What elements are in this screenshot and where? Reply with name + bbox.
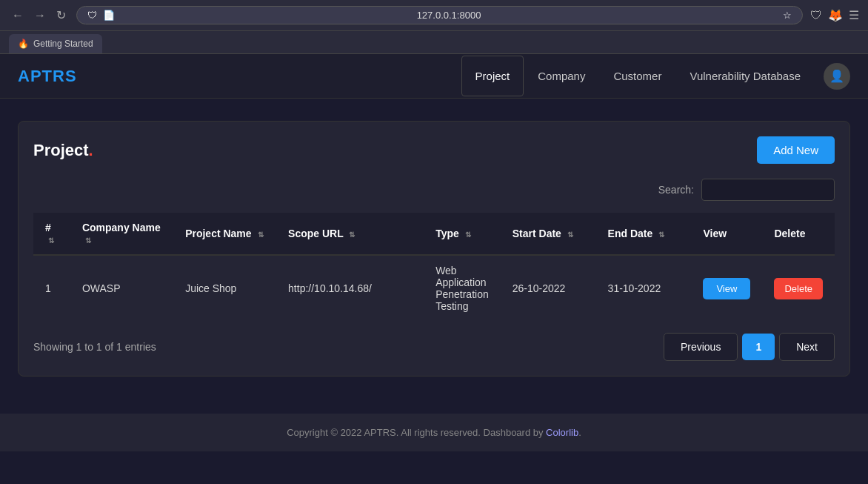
browser-chrome: ← → ↻ 🛡 📄 127.0.0.1:8000 ☆ 🛡 🦊 ☰ — [0, 0, 868, 31]
main-content: Project. Add New Search: # ⇅ Company Nam… — [0, 99, 868, 399]
cell-number: 1 — [33, 255, 70, 321]
sort-icon: ⇅ — [48, 236, 54, 245]
cell-company-name: OWASP — [70, 255, 173, 321]
menu-icon[interactable]: ☰ — [849, 8, 859, 22]
search-bar: Search: — [33, 179, 835, 201]
shield-icon: 🛡 — [87, 10, 97, 21]
col-header-company-name[interactable]: Company Name ⇅ — [70, 213, 173, 255]
sort-icon: ⇅ — [465, 231, 471, 239]
table-header-row: # ⇅ Company Name ⇅ Project Name ⇅ Scope … — [33, 213, 835, 255]
cell-end-date: 31-10-2022 — [596, 255, 692, 321]
page-number-button[interactable]: 1 — [742, 334, 775, 360]
user-avatar[interactable]: 👤 — [824, 63, 850, 90]
col-header-scope-url[interactable]: Scope URL ⇅ — [276, 213, 424, 255]
star-icon[interactable]: ☆ — [783, 10, 792, 21]
next-button[interactable]: Next — [779, 333, 835, 361]
view-button[interactable]: View — [703, 278, 750, 299]
browser-tab[interactable]: 🔥 Getting Started — [9, 34, 102, 53]
nav-link-customer[interactable]: Customer — [599, 56, 675, 96]
col-header-end-date[interactable]: End Date ⇅ — [596, 213, 692, 255]
footer-link[interactable]: Colorlib — [546, 427, 578, 438]
footer: Copyright © 2022 APTRS. All rights reser… — [0, 414, 868, 451]
cell-project-name: Juice Shop — [173, 255, 276, 321]
firefox-tab-icon: 🔥 — [18, 39, 29, 49]
shield-menu-icon[interactable]: 🛡 — [810, 9, 822, 22]
browser-actions: 🛡 🦊 ☰ — [810, 8, 859, 22]
col-header-view: View — [691, 213, 762, 255]
sort-icon: ⇅ — [658, 231, 664, 239]
search-label: Search: — [658, 184, 694, 196]
pagination-info: Showing 1 to 1 of 1 entries — [33, 341, 156, 353]
reload-button[interactable]: ↻ — [53, 7, 69, 24]
cell-type: Web Application Penetration Testing — [424, 255, 501, 321]
col-header-delete: Delete — [762, 213, 835, 255]
navbar: APTRS Project Company Customer Vulnerabi… — [0, 54, 868, 99]
footer-suffix: . — [578, 427, 581, 438]
browser-nav-buttons: ← → ↻ — [9, 7, 69, 24]
table-header: # ⇅ Company Name ⇅ Project Name ⇅ Scope … — [33, 213, 835, 255]
delete-button[interactable]: Delete — [774, 278, 823, 299]
address-bar[interactable]: 🛡 📄 127.0.0.1:8000 ☆ — [76, 6, 803, 24]
card-title: Project. — [33, 141, 93, 160]
pagination-buttons: Previous 1 Next — [664, 333, 835, 361]
forward-button[interactable]: → — [31, 7, 49, 24]
project-card: Project. Add New Search: # ⇅ Company Nam… — [18, 121, 850, 377]
nav-link-project[interactable]: Project — [461, 56, 524, 96]
col-header-start-date[interactable]: Start Date ⇅ — [501, 213, 596, 255]
pagination-area: Showing 1 to 1 of 1 entries Previous 1 N… — [33, 333, 835, 361]
firefox-icon[interactable]: 🦊 — [828, 8, 843, 22]
card-title-dot: . — [89, 141, 93, 159]
cell-delete-action: Delete — [762, 255, 835, 321]
sort-icon: ⇅ — [567, 231, 573, 239]
nav-link-company[interactable]: Company — [524, 56, 599, 96]
card-header: Project. Add New — [33, 136, 835, 164]
sort-icon: ⇅ — [258, 231, 264, 239]
brand-logo[interactable]: APTRS — [18, 67, 77, 86]
sort-icon: ⇅ — [85, 236, 91, 245]
url-text: 127.0.0.1:8000 — [121, 10, 777, 21]
cell-start-date: 26-10-2022 — [501, 255, 596, 321]
sort-icon: ⇅ — [349, 231, 355, 239]
cell-view-action: View — [691, 255, 762, 321]
back-button[interactable]: ← — [9, 7, 27, 24]
col-header-type[interactable]: Type ⇅ — [424, 213, 501, 255]
projects-table: # ⇅ Company Name ⇅ Project Name ⇅ Scope … — [33, 213, 835, 321]
tab-bar: 🔥 Getting Started — [0, 31, 868, 54]
footer-text: Copyright © 2022 APTRS. All rights reser… — [287, 427, 546, 438]
add-new-button[interactable]: Add New — [757, 136, 835, 164]
cell-scope-url: http://10.10.14.68/ — [276, 255, 424, 321]
page-icon: 📄 — [103, 10, 115, 21]
previous-button[interactable]: Previous — [664, 333, 738, 361]
nav-link-vulnerability-database[interactable]: Vulnerability Database — [675, 56, 815, 96]
col-header-project-name[interactable]: Project Name ⇅ — [173, 213, 276, 255]
user-icon: 👤 — [829, 69, 844, 83]
col-header-number[interactable]: # ⇅ — [33, 213, 70, 255]
table-body: 1 OWASP Juice Shop http://10.10.14.68/ W… — [33, 255, 835, 321]
search-input[interactable] — [701, 179, 835, 201]
table-row: 1 OWASP Juice Shop http://10.10.14.68/ W… — [33, 255, 835, 321]
card-title-text: Project — [33, 141, 89, 159]
tab-label: Getting Started — [33, 39, 93, 49]
nav-links: Project Company Customer Vulnerability D… — [461, 56, 850, 96]
